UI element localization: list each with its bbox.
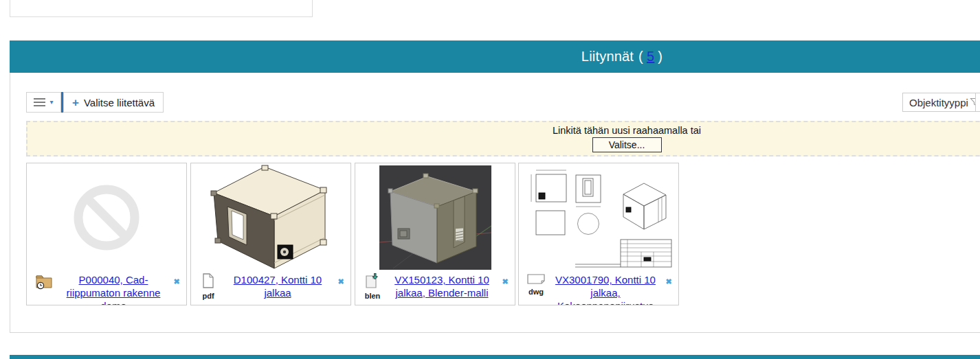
choose-file-button[interactable]: Valitse... [592, 137, 662, 152]
select-attachable-label: Valitse liitettävä [84, 97, 155, 108]
attachment-card: pdf D100427, Kontti 10 jalkaa ✖ [190, 163, 351, 305]
dwg-file-icon: dwg [524, 272, 548, 296]
attachment-link[interactable]: VX150123, Kontti 10 jalkaa, Blender-mall… [385, 272, 499, 299]
next-section-header [10, 355, 980, 359]
card-footer: blen VX150123, Kontti 10 jalkaa, Blender… [355, 272, 515, 300]
thumbnail-3d-model[interactable] [191, 163, 350, 272]
attachment-card: dwg VX3001790, Kontti 10 jalkaa, Kokoonp… [518, 163, 679, 305]
select-attachable-button[interactable]: + Valitse liitettävä [63, 92, 164, 113]
attachments-panel: ▾ + Valitse liitettävä Objektityyppi L L… [10, 73, 980, 333]
previous-section-panel: Näytä raporteissa [10, 0, 313, 17]
no-preview-icon [72, 183, 141, 252]
remove-attachment-icon[interactable]: ✖ [665, 277, 671, 286]
section-title: Liitynnät [581, 49, 634, 65]
card-footer: pdf D100427, Kontti 10 jalkaa ✖ [191, 272, 350, 300]
attachment-link[interactable]: VX3001790, Kontti 10 jalkaa, Kokoonpanop… [548, 272, 662, 305]
card-footer: dwg VX3001790, Kontti 10 jalkaa, Kokoonp… [519, 272, 678, 305]
thumbnail-no-preview[interactable] [27, 163, 186, 272]
pdf-file-icon: pdf [196, 272, 221, 300]
remove-attachment-icon[interactable]: ✖ [502, 277, 508, 286]
plus-icon: + [72, 97, 79, 108]
folder-clock-icon [32, 272, 56, 292]
blender-viewport [379, 165, 491, 270]
container-3d-render [207, 164, 335, 271]
card-footer: P000040, Cad-riippumaton rakenne demo ✖ [27, 272, 186, 305]
list-menu-button[interactable]: ▾ [26, 92, 61, 113]
assembly-drawing [526, 167, 672, 268]
toolbar-button-group: ▾ + Valitse liitettävä [26, 92, 164, 113]
attachment-card: P000040, Cad-riippumaton rakenne demo ✖ [26, 163, 187, 305]
attachment-card: blen VX150123, Kontti 10 jalkaa, Blender… [355, 163, 515, 305]
count-paren-close: ) [658, 49, 662, 65]
thumbnail-blender-render[interactable] [355, 163, 515, 272]
chevron-down-icon: ▾ [49, 99, 53, 106]
thumbnail-cad-drawing[interactable] [519, 163, 678, 272]
section-header-liitynnat: Liitynnät ( 5 ) [10, 40, 980, 73]
remove-attachment-icon[interactable]: ✖ [173, 277, 179, 286]
page: Näytä raporteissa Liitynnät ( 5 ) ▾ + Va… [0, 0, 980, 359]
file-type-label: blen [360, 292, 385, 300]
hamburger-icon [34, 98, 45, 106]
object-type-filter-label: Objektityyppi [909, 97, 968, 108]
link-dropzone[interactable]: Linkitä tähän uusi raahaamalla tai Valit… [26, 121, 980, 157]
blend-file-icon: blen [360, 272, 385, 300]
object-type-filter[interactable]: Objektityyppi [902, 93, 980, 112]
right-clipped-filter[interactable]: L [975, 93, 980, 112]
dropzone-message: Linkitä tähän uusi raahaamalla tai [27, 125, 980, 136]
file-type-label: dwg [524, 288, 548, 296]
attachment-count-link[interactable]: 5 [647, 49, 654, 65]
attachment-link[interactable]: D100427, Kontti 10 jalkaa [221, 272, 335, 299]
remove-attachment-icon[interactable]: ✖ [337, 277, 344, 286]
count-paren-open: ( [638, 49, 643, 65]
attachment-link[interactable]: P000040, Cad-riippumaton rakenne demo [56, 272, 170, 305]
file-type-label: pdf [196, 292, 221, 300]
